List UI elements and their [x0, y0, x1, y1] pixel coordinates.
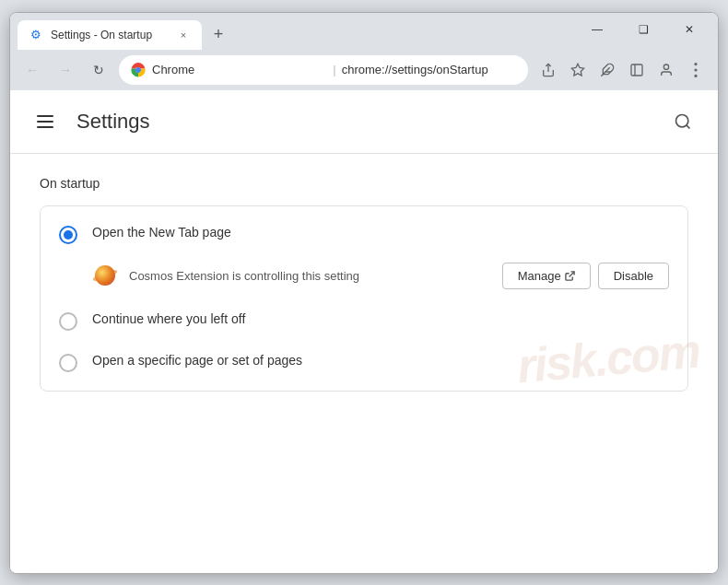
svg-point-8	[663, 64, 668, 69]
page-content: Settings On startup Open the New Tab pag…	[10, 90, 718, 573]
close-button[interactable]: ✕	[668, 17, 710, 42]
settings-header: Settings	[10, 90, 718, 154]
svg-line-14	[569, 271, 574, 276]
settings-body: On startup Open the New Tab page	[10, 154, 718, 414]
option-continue[interactable]: Continue where you left off	[41, 300, 687, 342]
manage-button[interactable]: Manage	[502, 263, 591, 289]
radio-continue[interactable]	[59, 312, 77, 331]
svg-point-9	[694, 63, 697, 65]
extension-message: Cosmos Extension is controlling this set…	[129, 269, 491, 283]
external-link-icon	[565, 271, 575, 281]
tab-favicon: ⚙	[29, 28, 43, 42]
disable-button[interactable]: Disable	[598, 263, 669, 289]
svg-marker-3	[571, 64, 583, 76]
extension-buttons: Manage Disable	[502, 263, 669, 289]
radio-new-tab[interactable]	[59, 226, 77, 244]
new-tab-button[interactable]: +	[205, 22, 231, 48]
tab-strip: ⚙ Settings - On startup × +	[18, 20, 576, 50]
settings-search-button[interactable]	[666, 105, 699, 138]
toolbar-actions	[535, 57, 709, 83]
address-separator: |	[333, 63, 335, 76]
option-new-tab[interactable]: Open the New Tab page	[41, 214, 687, 255]
svg-point-1	[135, 67, 140, 72]
option-new-tab-label: Open the New Tab page	[92, 225, 669, 240]
bookmark-button[interactable]	[565, 57, 591, 83]
profile-button[interactable]	[653, 57, 679, 83]
browser-window: ⚙ Settings - On startup × + — ❑ ✕ ← → ↻	[9, 12, 719, 574]
back-button[interactable]: ←	[19, 57, 45, 83]
radio-specific[interactable]	[59, 354, 77, 372]
tab-close-button[interactable]: ×	[176, 28, 191, 42]
hamburger-button[interactable]	[29, 105, 62, 138]
svg-point-11	[694, 74, 697, 76]
cosmos-extension-icon	[92, 263, 118, 288]
option-specific[interactable]: Open a specific page or set of pages	[41, 342, 687, 383]
forward-button[interactable]: →	[53, 57, 78, 83]
refresh-button[interactable]: ↻	[86, 57, 112, 83]
planet-body	[95, 265, 115, 286]
title-bar: ⚙ Settings - On startup × + — ❑ ✕	[10, 13, 718, 50]
sidebar-button[interactable]	[624, 57, 650, 83]
hamburger-line	[37, 115, 53, 117]
hamburger-line	[37, 121, 53, 123]
settings-page-title: Settings	[76, 110, 150, 134]
address-input[interactable]: Chrome | chrome://settings/onStartup	[119, 55, 528, 85]
startup-options-card: Open the New Tab page Cosmos Extension i…	[40, 205, 688, 392]
svg-point-10	[694, 68, 697, 71]
share-button[interactable]	[535, 57, 561, 83]
svg-rect-6	[631, 64, 642, 76]
address-bar: ← → ↻ Chrome | chrome://settings/onStart…	[10, 50, 718, 90]
maximize-button[interactable]: ❑	[622, 17, 664, 42]
window-controls: — ❑ ✕	[576, 17, 710, 50]
svg-line-13	[687, 124, 690, 128]
extensions-button[interactable]	[594, 57, 620, 83]
option-continue-label: Continue where you left off	[92, 311, 669, 326]
svg-point-12	[676, 114, 688, 126]
section-label: On startup	[40, 176, 688, 191]
active-tab[interactable]: ⚙ Settings - On startup ×	[18, 20, 202, 50]
address-brand: Chrome	[152, 63, 327, 76]
tab-title: Settings - On startup	[51, 29, 169, 41]
minimize-button[interactable]: —	[576, 17, 618, 42]
chrome-logo-icon	[130, 62, 147, 78]
radio-selected-indicator	[64, 230, 73, 240]
hamburger-line	[37, 126, 53, 128]
option-specific-label: Open a specific page or set of pages	[92, 353, 669, 368]
settings-title-group: Settings	[29, 105, 150, 138]
address-url: chrome://settings/onStartup	[342, 63, 517, 76]
menu-button[interactable]	[683, 57, 709, 83]
extension-row: Cosmos Extension is controlling this set…	[41, 255, 687, 300]
